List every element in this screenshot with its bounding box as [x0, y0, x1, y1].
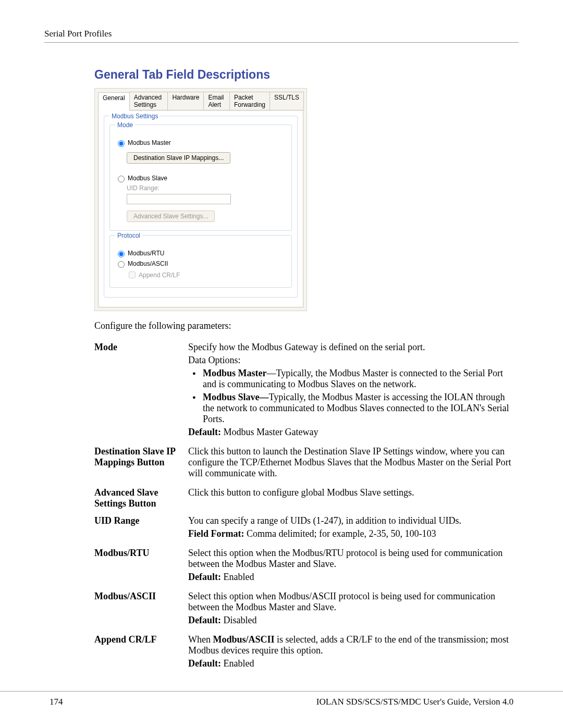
mode-legend: Mode: [115, 121, 135, 129]
ascii-default: Default: Disabled: [188, 615, 517, 626]
term-mode: Mode: [94, 339, 188, 443]
protocol-legend: Protocol: [115, 232, 142, 239]
term-append: Append CR/LF: [94, 631, 188, 674]
ascii-desc: Select this option when Modbus/ASCII pro…: [188, 591, 517, 613]
radio-modbus-rtu-label: Modbus/RTU: [128, 250, 164, 257]
radio-modbus-master-label: Modbus Master: [128, 139, 171, 146]
radio-modbus-ascii[interactable]: [118, 261, 125, 268]
general-tab-dialog: General Advanced Settings Hardware Email…: [94, 88, 307, 311]
mode-desc-1: Specify how the Modbus Gateway is define…: [188, 342, 517, 353]
mode-group: Mode Modbus Master Destination Slave IP …: [109, 125, 292, 231]
dest-desc: Click this button to launch the Destinat…: [188, 446, 517, 479]
parameter-table: Mode Specify how the Modbus Gateway is d…: [94, 339, 522, 674]
uid-field-format: Field Format: Comma delimited; for examp…: [188, 528, 517, 539]
term-adv: Advanced Slave Settings Button: [94, 484, 188, 512]
lead-text: Configure the following parameters:: [94, 320, 519, 331]
uid-desc: You can specify a range of UIDs (1-247),…: [188, 515, 517, 526]
tab-hardware[interactable]: Hardware: [167, 92, 204, 110]
modbus-settings-group: Modbus Settings Mode Modbus Master Desti…: [104, 116, 298, 298]
radio-modbus-master[interactable]: [118, 140, 125, 147]
guide-title: IOLAN SDS/SCS/STS/MDC User's Guide, Vers…: [316, 697, 513, 707]
term-dest: Destination Slave IP Mappings Button: [94, 443, 188, 484]
protocol-group: Protocol Modbus/RTU Modbus/ASCII Append …: [109, 235, 292, 288]
uid-range-label: UID Range:: [127, 184, 286, 192]
advanced-slave-settings-button[interactable]: Advanced Slave Settings...: [127, 211, 215, 222]
radio-modbus-ascii-label: Modbus/ASCII: [128, 260, 168, 267]
section-title: General Tab Field Descriptions: [94, 68, 519, 82]
page-number: 174: [50, 697, 63, 707]
tab-email-alert[interactable]: Email Alert: [203, 92, 230, 110]
checkbox-append-crlf-label: Append CR/LF: [139, 272, 180, 279]
term-rtu: Modbus/RTU: [94, 545, 188, 588]
mode-default: Default: Modbus Master Gateway: [188, 427, 517, 438]
mode-desc-2: Data Options:: [188, 355, 517, 366]
page-footer: 174 IOLAN SDS/SCS/STS/MDC User's Guide, …: [0, 691, 563, 707]
rtu-desc: Select this option when the Modbus/RTU p…: [188, 548, 517, 570]
append-default: Default: Enabled: [188, 658, 517, 669]
radio-modbus-slave-label: Modbus Slave: [128, 175, 167, 182]
checkbox-append-crlf[interactable]: [129, 272, 136, 278]
mode-bullet-slave: Modbus Slave—Typically, the Modbus Maste…: [203, 392, 517, 425]
modbus-settings-legend: Modbus Settings: [109, 113, 160, 120]
rtu-default: Default: Enabled: [188, 572, 517, 583]
tab-general[interactable]: General: [98, 92, 130, 110]
running-header: Serial Port Profiles: [44, 29, 519, 43]
mode-bullet-master: Modbus Master—Typically, the Modbus Mast…: [203, 368, 517, 390]
destination-slave-ip-mappings-button[interactable]: Destination Slave IP Mappings...: [127, 152, 230, 164]
tab-advanced-settings[interactable]: Advanced Settings: [129, 92, 168, 110]
radio-modbus-rtu[interactable]: [118, 251, 125, 257]
tab-bar: General Advanced Settings Hardware Email…: [98, 92, 303, 110]
term-ascii: Modbus/ASCII: [94, 588, 188, 631]
tab-ssl-tls[interactable]: SSL/TLS: [270, 92, 304, 110]
radio-modbus-slave[interactable]: [118, 176, 125, 182]
uid-range-input[interactable]: [127, 194, 231, 204]
tab-packet-forwarding[interactable]: Packet Forwarding: [229, 92, 270, 110]
append-desc: When Modbus/ASCII is selected, adds a CR…: [188, 634, 517, 656]
term-uid: UID Range: [94, 512, 188, 545]
adv-desc: Click this button to configure global Mo…: [188, 487, 517, 498]
